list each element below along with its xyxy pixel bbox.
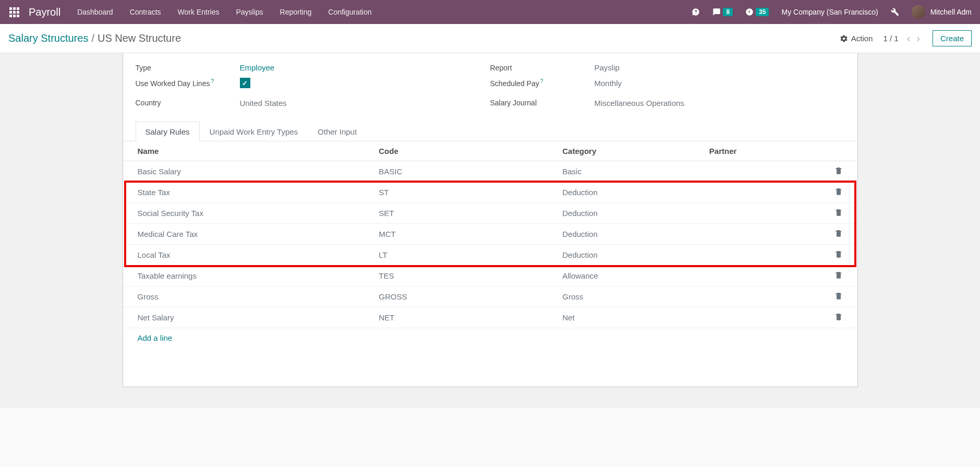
scheduled-value[interactable]: Monthly bbox=[595, 79, 622, 88]
worked-checkbox[interactable]: ✓ bbox=[240, 78, 250, 88]
trash-icon[interactable] bbox=[834, 251, 843, 260]
navbar-right: 8 35 My Company (San Francisco) Mitchell… bbox=[688, 5, 975, 19]
gear-icon bbox=[840, 34, 848, 43]
table-row[interactable]: State TaxSTDeduction bbox=[123, 182, 857, 203]
cell-code[interactable]: NET bbox=[372, 307, 556, 328]
cell-name[interactable]: Basic Salary bbox=[123, 161, 373, 182]
cell-category[interactable]: Deduction bbox=[556, 245, 703, 266]
support-icon[interactable] bbox=[688, 8, 703, 16]
cell-code[interactable]: BASIC bbox=[372, 161, 556, 182]
cell-code[interactable]: SET bbox=[372, 203, 556, 224]
nav-configuration[interactable]: Configuration bbox=[321, 0, 379, 24]
country-value[interactable]: United States bbox=[240, 99, 287, 107]
form-sheet: Type Employee Use Worked Day Lines? ✓ Co… bbox=[123, 53, 858, 387]
cell-partner[interactable] bbox=[703, 203, 820, 224]
action-label: Action bbox=[851, 34, 873, 43]
cell-name[interactable]: Social Security Tax bbox=[123, 203, 373, 224]
tab-salary-rules[interactable]: Salary Rules bbox=[136, 122, 200, 141]
user-menu[interactable]: Mitchell Adm bbox=[909, 5, 975, 19]
navbar-left: Payroll Dashboard Contracts Work Entries… bbox=[5, 0, 379, 24]
col-partner[interactable]: Partner bbox=[703, 141, 820, 161]
company-switcher[interactable]: My Company (San Francisco) bbox=[778, 8, 881, 16]
table-row[interactable]: GrossGROSSGross bbox=[123, 286, 857, 307]
trash-icon[interactable] bbox=[834, 272, 843, 281]
cell-category[interactable]: Net bbox=[556, 307, 703, 328]
journal-value[interactable]: Miscellaneous Operations bbox=[595, 99, 685, 107]
activities-badge: 35 bbox=[756, 8, 769, 16]
messages-icon[interactable]: 8 bbox=[709, 8, 736, 16]
report-value[interactable]: Payslip bbox=[595, 63, 620, 72]
help-icon[interactable]: ? bbox=[211, 78, 214, 84]
breadcrumb-current: US New Structure bbox=[98, 32, 181, 44]
nav-work-entries[interactable]: Work Entries bbox=[171, 0, 227, 24]
table-row[interactable]: Local TaxLTDeduction bbox=[123, 245, 857, 266]
cell-code[interactable]: MCT bbox=[372, 224, 556, 245]
cell-code[interactable]: LT bbox=[372, 245, 556, 266]
cell-partner[interactable] bbox=[703, 182, 820, 203]
nav-dashboard[interactable]: Dashboard bbox=[70, 0, 120, 24]
cell-name[interactable]: Net Salary bbox=[123, 307, 373, 328]
cell-partner[interactable] bbox=[703, 266, 820, 286]
add-line-link[interactable]: Add a line bbox=[123, 328, 857, 348]
cell-partner[interactable] bbox=[703, 161, 820, 182]
trash-icon[interactable] bbox=[834, 230, 843, 239]
table-row[interactable]: Medical Care TaxMCTDeduction bbox=[123, 224, 857, 245]
trash-icon[interactable] bbox=[834, 188, 843, 197]
cell-code[interactable]: TES bbox=[372, 266, 556, 286]
cell-category[interactable]: Gross bbox=[556, 286, 703, 307]
type-value[interactable]: Employee bbox=[240, 63, 275, 72]
help-icon[interactable]: ? bbox=[540, 78, 543, 84]
cell-name[interactable]: State Tax bbox=[123, 182, 373, 203]
cell-name[interactable]: Medical Care Tax bbox=[123, 224, 373, 245]
cell-name[interactable]: Taxable earnings bbox=[123, 266, 373, 286]
table-row[interactable]: Net SalaryNETNet bbox=[123, 307, 857, 328]
cell-category[interactable]: Basic bbox=[556, 161, 703, 182]
nav-reporting[interactable]: Reporting bbox=[273, 0, 319, 24]
create-button[interactable]: Create bbox=[933, 30, 972, 46]
trash-icon[interactable] bbox=[834, 314, 843, 322]
app-brand[interactable]: Payroll bbox=[29, 6, 61, 18]
col-code[interactable]: Code bbox=[372, 141, 556, 161]
cell-name[interactable]: Local Tax bbox=[123, 245, 373, 266]
cell-category[interactable]: Allowance bbox=[556, 266, 703, 286]
table-row[interactable]: Social Security TaxSETDeduction bbox=[123, 203, 857, 224]
navbar: Payroll Dashboard Contracts Work Entries… bbox=[0, 0, 980, 24]
pager: 1 / 1 ‹ › bbox=[883, 32, 922, 44]
table-row[interactable]: Basic SalaryBASICBasic bbox=[123, 161, 857, 182]
cell-code[interactable]: ST bbox=[372, 182, 556, 203]
trash-icon[interactable] bbox=[834, 209, 843, 218]
col-category[interactable]: Category bbox=[556, 141, 703, 161]
worked-row: Use Worked Day Lines? ✓ bbox=[136, 73, 490, 93]
table-row[interactable]: Taxable earningsTESAllowance bbox=[123, 266, 857, 286]
tab-other-input[interactable]: Other Input bbox=[308, 122, 367, 141]
col-name[interactable]: Name bbox=[123, 141, 373, 161]
cell-code[interactable]: GROSS bbox=[372, 286, 556, 307]
cell-category[interactable]: Deduction bbox=[556, 182, 703, 203]
activities-icon[interactable]: 35 bbox=[742, 8, 772, 16]
nav-contracts[interactable]: Contracts bbox=[123, 0, 168, 24]
cell-partner[interactable] bbox=[703, 307, 820, 328]
salary-rules-table: Name Code Category Partner Basic SalaryB… bbox=[123, 141, 857, 328]
cell-partner[interactable] bbox=[703, 286, 820, 307]
cell-category[interactable]: Deduction bbox=[556, 203, 703, 224]
scheduled-label: Scheduled Pay? bbox=[490, 78, 595, 88]
nav-payslips[interactable]: Payslips bbox=[228, 0, 270, 24]
breadcrumb-parent[interactable]: Salary Structures bbox=[8, 32, 88, 44]
user-name: Mitchell Adm bbox=[930, 8, 972, 16]
pager-prev-icon[interactable]: ‹ bbox=[905, 32, 913, 44]
breadcrumb-sep: / bbox=[91, 32, 94, 44]
cell-name[interactable]: Gross bbox=[123, 286, 373, 307]
apps-icon[interactable] bbox=[5, 7, 23, 17]
type-label: Type bbox=[136, 64, 240, 72]
avatar bbox=[912, 5, 925, 19]
trash-icon[interactable] bbox=[834, 293, 843, 302]
table-header-row: Name Code Category Partner bbox=[123, 141, 857, 161]
tab-unpaid-work[interactable]: Unpaid Work Entry Types bbox=[200, 122, 308, 141]
action-button[interactable]: Action bbox=[840, 34, 873, 43]
cell-category[interactable]: Deduction bbox=[556, 224, 703, 245]
debug-icon[interactable] bbox=[888, 8, 902, 16]
cell-partner[interactable] bbox=[703, 224, 820, 245]
trash-icon[interactable] bbox=[834, 167, 843, 176]
cell-partner[interactable] bbox=[703, 245, 820, 266]
pager-next-icon[interactable]: › bbox=[914, 32, 922, 44]
